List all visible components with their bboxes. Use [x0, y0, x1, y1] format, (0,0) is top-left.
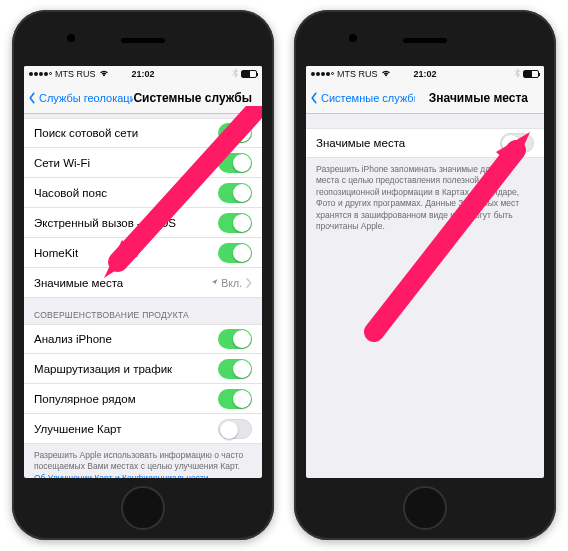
signal-icon — [29, 72, 52, 76]
nav-back[interactable]: Службы геолокации — [24, 92, 133, 104]
phone-speaker — [121, 38, 165, 43]
status-bar: MTS RUS 21:02 — [24, 66, 262, 82]
bluetooth-icon — [514, 68, 520, 80]
phone-camera — [67, 34, 75, 42]
group-header: СОВЕРШЕНСТВОВАНИЕ ПРОДУКТА — [24, 298, 262, 324]
status-bar: MTS RUS 21:02 — [306, 66, 544, 82]
chevron-right-icon — [245, 278, 252, 288]
chevron-left-icon — [26, 92, 38, 104]
row-label: Анализ iPhone — [34, 333, 112, 345]
battery-icon — [523, 70, 539, 78]
row-wifi-networks[interactable]: Сети Wi-Fi — [24, 148, 262, 178]
nav-back-label: Системные службы — [321, 92, 415, 104]
settings-list[interactable]: Значимые места Разрешить iPhone запомина… — [306, 114, 544, 478]
footer-note: Разрешить iPhone запоминать значимые для… — [306, 158, 544, 237]
clock: 21:02 — [413, 69, 436, 79]
toggle[interactable] — [218, 389, 252, 409]
chevron-left-icon — [308, 92, 320, 104]
footer-note: Разрешить Apple использовать информацию … — [24, 444, 262, 478]
toggle[interactable] — [218, 359, 252, 379]
toggle[interactable] — [500, 133, 534, 153]
row-label: Улучшение Карт — [34, 423, 121, 435]
settings-list[interactable]: Поиск сотовой сети Сети Wi-Fi Часовой по… — [24, 114, 262, 478]
row-improve-maps[interactable]: Улучшение Карт — [24, 414, 262, 444]
toggle[interactable] — [218, 213, 252, 233]
toggle[interactable] — [218, 329, 252, 349]
toggle[interactable] — [218, 243, 252, 263]
signal-icon — [311, 72, 334, 76]
row-label: Значимые места — [34, 277, 123, 289]
row-label: Популярное рядом — [34, 393, 136, 405]
wifi-icon — [381, 69, 391, 79]
toggle[interactable] — [218, 123, 252, 143]
row-popular-nearby[interactable]: Популярное рядом — [24, 384, 262, 414]
row-value: Вкл. — [221, 277, 242, 289]
home-button[interactable] — [403, 486, 447, 530]
row-emergency-sos[interactable]: Экстренный вызов — SOS — [24, 208, 262, 238]
wifi-icon — [99, 69, 109, 79]
phone-speaker — [403, 38, 447, 43]
nav-back-label: Службы геолокации — [39, 92, 133, 104]
carrier-label: MTS RUS — [55, 69, 96, 79]
row-homekit[interactable]: HomeKit — [24, 238, 262, 268]
footer-text: Разрешить Apple использовать информацию … — [34, 450, 243, 471]
carrier-label: MTS RUS — [337, 69, 378, 79]
row-label: HomeKit — [34, 247, 78, 259]
row-label: Сети Wi-Fi — [34, 157, 90, 169]
row-label: Экстренный вызов — SOS — [34, 217, 176, 229]
screen-left: MTS RUS 21:02 Службы геолокации Системны… — [24, 66, 262, 478]
row-cell-search[interactable]: Поиск сотовой сети — [24, 118, 262, 148]
row-label: Значимые места — [316, 137, 405, 149]
nav-bar: Системные службы Значимые места — [306, 82, 544, 114]
toggle[interactable] — [218, 153, 252, 173]
footer-link[interactable]: Об Улучшении Карт и Конфиденциальности… — [34, 473, 217, 478]
row-iphone-analytics[interactable]: Анализ iPhone — [24, 324, 262, 354]
phone-right: MTS RUS 21:02 Системные службы Значимые … — [294, 10, 556, 540]
phone-left: MTS RUS 21:02 Службы геолокации Системны… — [12, 10, 274, 540]
bluetooth-icon — [232, 68, 238, 80]
home-button[interactable] — [121, 486, 165, 530]
row-label: Маршрутизация и трафик — [34, 363, 172, 375]
disclosure: Вкл. — [211, 277, 252, 289]
row-label: Часовой пояс — [34, 187, 107, 199]
toggle[interactable] — [218, 183, 252, 203]
row-routing-traffic[interactable]: Маршрутизация и трафик — [24, 354, 262, 384]
phone-camera — [349, 34, 357, 42]
nav-bar: Службы геолокации Системные службы — [24, 82, 262, 114]
row-timezone[interactable]: Часовой пояс — [24, 178, 262, 208]
location-arrow-icon — [211, 277, 218, 289]
screen-right: MTS RUS 21:02 Системные службы Значимые … — [306, 66, 544, 478]
row-significant-locations[interactable]: Значимые места Вкл. — [24, 268, 262, 298]
row-label: Поиск сотовой сети — [34, 127, 138, 139]
toggle[interactable] — [218, 419, 252, 439]
nav-back[interactable]: Системные службы — [306, 92, 415, 104]
battery-icon — [241, 70, 257, 78]
row-significant-locations[interactable]: Значимые места — [306, 128, 544, 158]
clock: 21:02 — [131, 69, 154, 79]
